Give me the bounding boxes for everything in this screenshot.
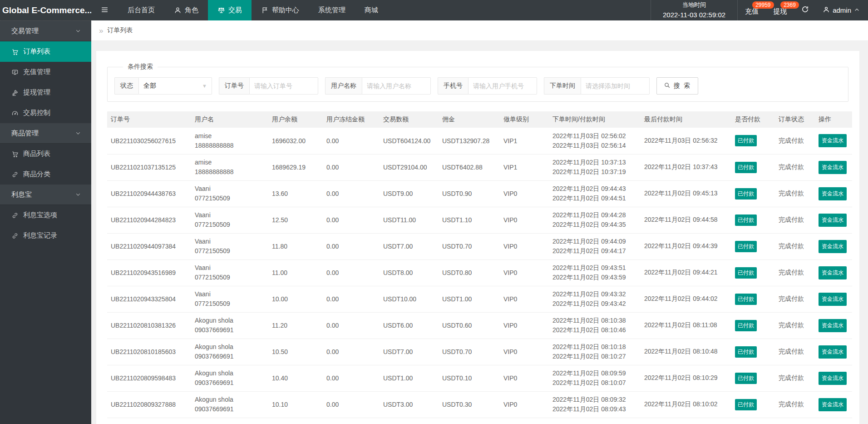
sidebar-group-trade-manage[interactable]: 交易管理 — [0, 21, 91, 41]
search-button[interactable]: 搜 索 — [656, 77, 698, 95]
fund-flow-button[interactable]: 资金流水 — [819, 372, 847, 385]
user-cell: Vaani0772150509 — [191, 180, 268, 207]
search-button-label: 搜 索 — [674, 82, 691, 90]
fund-flow-button[interactable]: 资金流水 — [819, 266, 847, 279]
user-cell: Akogun shola09037669691 — [191, 391, 268, 418]
withdraw-count-badge: 2369 — [780, 1, 799, 9]
paid-cell: 已付款 — [731, 128, 775, 154]
order-time-input[interactable] — [581, 77, 650, 95]
fund-flow-button[interactable]: 资金流水 — [819, 161, 847, 174]
frozen-cell: 0.00 — [323, 207, 380, 233]
table-row: UB2211020944097384Vaani077215050911.800.… — [107, 233, 852, 259]
fund-flow-button[interactable]: 资金流水 — [819, 345, 847, 359]
amount-cell: USDT3.00 — [380, 391, 439, 418]
amount-cell: USDT29104.00 — [380, 154, 439, 180]
search-legend: 条件搜索 — [123, 63, 158, 71]
sidebar-group-label: 商品管理 — [11, 129, 39, 138]
order-no-input[interactable] — [249, 77, 318, 95]
withdraw-link[interactable]: 提现 2369 — [766, 0, 794, 20]
action-cell: 资金流水 — [815, 233, 852, 259]
nav-item-roles[interactable]: 角色 — [164, 0, 208, 20]
order-time-filter-label: 下单时间 — [544, 77, 581, 95]
status-filter-label: 状态 — [114, 77, 138, 95]
frozen-cell: 0.00 — [323, 128, 380, 154]
order-no-cell: UB2211020809327888 — [107, 391, 191, 418]
order-pay-time-cell: 2022年11月03日 02:56:022022年11月03日 02:56:14 — [549, 128, 641, 154]
column-header: 最后付款时间 — [641, 111, 731, 128]
frozen-cell: 0.00 — [323, 233, 380, 259]
action-cell: 资金流水 — [815, 312, 852, 339]
sidebar-item-withdraw-manage[interactable]: 提现管理 — [0, 82, 91, 103]
breadcrumb-title: 订单列表 — [107, 26, 133, 35]
fund-flow-button[interactable]: 资金流水 — [819, 293, 847, 306]
last-pay-time-cell: 2022年11月02日 08:10:48 — [641, 339, 731, 365]
nav-item-mall[interactable]: 商城 — [355, 0, 388, 20]
level-cell: VIP0 — [500, 180, 549, 207]
frozen-cell: 0.00 — [323, 312, 380, 339]
breadcrumb-arrows-icon: » — [99, 27, 103, 35]
last-pay-time-cell: 2022年11月02日 08:10:02 — [641, 391, 731, 418]
order-status-cell: 完成付款 — [775, 286, 815, 312]
table-row: UB2211020944438763Vaani077215050913.600.… — [107, 180, 852, 207]
chevron-down-icon — [75, 28, 81, 34]
last-pay-time-cell: 2022年11月02日 08:10:29 — [641, 365, 731, 391]
level-cell: VIP0 — [500, 259, 549, 286]
order-no-cell: UB2211020943516989 — [107, 259, 191, 286]
fund-flow-button[interactable]: 资金流水 — [819, 134, 847, 147]
nav-item-system[interactable]: 系统管理 — [309, 0, 355, 20]
paid-status-badge: 已付款 — [735, 346, 757, 358]
amount-cell: USDT9.00 — [380, 180, 439, 207]
user-icon — [174, 6, 182, 14]
fund-flow-button[interactable]: 资金流水 — [819, 187, 847, 200]
balance-cell: 10.50 — [268, 339, 323, 365]
sidebar-item-trade-control[interactable]: 交易控制 — [0, 103, 91, 123]
column-header: 用户冻结金额 — [323, 111, 380, 128]
cart-icon — [11, 48, 19, 55]
sidebar-group-lixibao[interactable]: 利息宝 — [0, 185, 91, 205]
column-header: 是否付款 — [731, 111, 775, 128]
fund-flow-button[interactable]: 资金流水 — [819, 240, 847, 253]
nav-item-label: 角色 — [185, 6, 198, 15]
last-pay-time-cell: 2022年11月02日 09:44:21 — [641, 259, 731, 286]
sidebar-group-goods-manage[interactable]: 商品管理 — [0, 123, 91, 144]
sidebar-item-order-list[interactable]: 订单列表 — [0, 41, 91, 62]
table-row: UB2211020943516989Vaani077215050911.000.… — [107, 259, 852, 286]
frozen-cell: 0.00 — [323, 259, 380, 286]
sidebar-item-label: 利息宝选项 — [23, 211, 57, 219]
recharge-link[interactable]: 充值 29959 — [738, 0, 766, 20]
sidebar-item-lixibao-records[interactable]: 利息宝记录 — [0, 225, 91, 246]
nav-item-trade[interactable]: 交易 — [208, 0, 252, 20]
sidebar-item-lixibao-options[interactable]: 利息宝选项 — [0, 205, 91, 225]
status-select[interactable]: 全部 ▼ — [138, 77, 212, 95]
column-header: 订单号 — [107, 111, 191, 128]
main-menu: 后台首页角色交易帮助中心系统管理商城 — [118, 0, 388, 20]
user-cell: Akogun shola09037669691 — [191, 339, 268, 365]
sidebar-toggle-button[interactable] — [91, 0, 118, 20]
action-cell: 资金流水 — [815, 259, 852, 286]
order-pay-time-cell: 2022年11月02日 08:10:182022年11月02日 08:10:27 — [549, 339, 641, 365]
order-pay-time-cell: 2022年11月02日 09:43:512022年11月02日 09:43:59 — [549, 259, 641, 286]
sidebar-item-goods-category[interactable]: 商品分类 — [0, 164, 91, 185]
user-name-input[interactable] — [362, 77, 431, 95]
table-row: UB2211020810185603Akogun shola0903766969… — [107, 339, 852, 365]
commission-cell: USDT0.70 — [439, 233, 500, 259]
last-pay-time-cell: 2022年11月02日 08:11:08 — [641, 312, 731, 339]
user-icon — [823, 6, 830, 15]
fund-flow-button[interactable]: 资金流水 — [819, 398, 847, 411]
breadcrumb: » 订单列表 — [91, 20, 868, 41]
amount-cell: USDT11.00 — [380, 207, 439, 233]
fund-flow-button[interactable]: 资金流水 — [819, 214, 847, 227]
action-cell: 资金流水 — [815, 391, 852, 418]
fund-flow-button[interactable]: 资金流水 — [819, 319, 847, 332]
sidebar-item-recharge-manage[interactable]: 充值管理 — [0, 62, 91, 82]
user-menu[interactable]: admin — [816, 0, 868, 20]
paid-cell: 已付款 — [731, 365, 775, 391]
phone-input[interactable] — [468, 77, 537, 95]
column-header: 下单时间/付款时间 — [549, 111, 641, 128]
commission-cell: USDT1.00 — [439, 286, 500, 312]
sidebar-item-goods-list[interactable]: 商品列表 — [0, 144, 91, 164]
nav-item-home[interactable]: 后台首页 — [118, 0, 164, 20]
frozen-cell: 0.00 — [323, 180, 380, 207]
nav-item-help[interactable]: 帮助中心 — [252, 0, 309, 20]
last-pay-time-cell: 2022年11月02日 09:45:13 — [641, 180, 731, 207]
